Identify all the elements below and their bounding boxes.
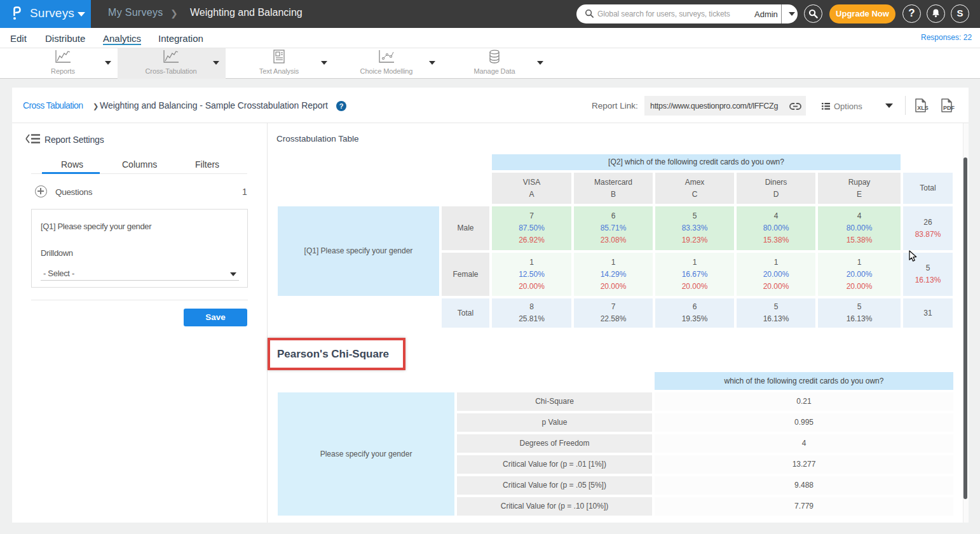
svg-text:PDF: PDF	[943, 105, 955, 111]
svg-text:XLS: XLS	[917, 105, 929, 111]
